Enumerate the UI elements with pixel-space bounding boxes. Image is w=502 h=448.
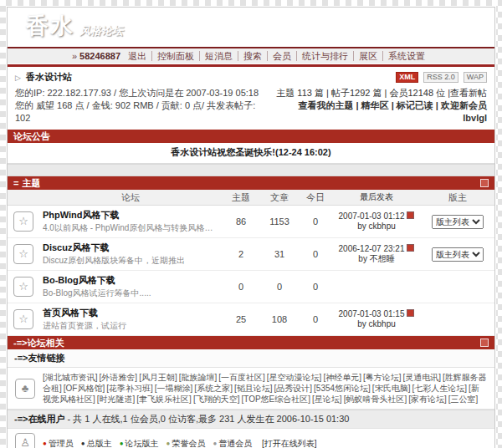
group-label: 管理员: [49, 439, 74, 448]
friend-link[interactable]: [聿飞娱乐社区]: [136, 395, 192, 404]
forum-row: ☆ Discuz风格下载 Discuz原创风格版块筹备中，近期推出 2 31 0…: [8, 238, 494, 271]
nav-link[interactable]: 统计与排行: [296, 51, 353, 61]
nav-link[interactable]: 展区: [353, 51, 382, 61]
forum-status-icon: ☆: [13, 277, 33, 297]
board-stats-line[interactable]: 主题 113 篇 | 帖子1292 篇 | 会员12148 位 |查看新帖: [273, 87, 487, 99]
friend-link[interactable]: [OF风格馆]: [64, 384, 105, 393]
friend-link[interactable]: [三公室]: [448, 395, 479, 404]
site-subtitle: 风格论坛: [79, 26, 137, 36]
forum-page: 香水 www.xsui.com 风格论坛 » 58246887 退出控制面板短消…: [7, 7, 495, 448]
info-section: ▷ 香水设计站 XML RSS 2.0 WAP 您的IP: 222.182.17…: [8, 67, 494, 130]
forum-link[interactable]: PhpWind风格下载: [43, 210, 120, 220]
nav-links: 退出控制面板短消息搜索会员统计与排行展区系统设置: [123, 51, 430, 61]
triangle-icon: ▷: [15, 74, 21, 82]
collapse-icon[interactable]: [480, 179, 489, 187]
xml-badge[interactable]: XML: [396, 72, 418, 83]
forum-status-icon: ☆: [13, 211, 33, 232]
page-title: 香水设计站: [26, 72, 72, 82]
forum-posts-count: 0: [260, 282, 299, 292]
forum-description: 进站首页资源，试运行: [43, 320, 218, 332]
friend-link[interactable]: [一塌糊涂]: [155, 384, 193, 393]
online-users-header: -=>在线用户 - 共 1 人在线,1 位会员,0 位访客,最多 231 人发生…: [8, 410, 494, 429]
lastpost-date[interactable]: 2006-12-07 23:21: [339, 244, 405, 253]
nav-link[interactable]: 短消息: [199, 51, 238, 61]
forum-section-title: 主题: [22, 178, 40, 188]
forum-description: Discuz原创风格版块筹备中，近期推出: [43, 255, 218, 267]
friend-link[interactable]: [外语雅舍]: [100, 373, 138, 382]
group-label: 荣誉会员: [172, 439, 205, 448]
forum-table-body: ☆ PhpWind风格下载 4.0以前风格 - PhpWind原创风格与转换风格…: [8, 206, 494, 336]
goto-lastpost-icon[interactable]: [407, 244, 414, 252]
wap-badge[interactable]: WAP: [464, 72, 487, 83]
friend-link[interactable]: [品秀设计]: [274, 384, 312, 393]
forum-link[interactable]: 首页风格下载: [43, 308, 98, 318]
related-section-title: -=>论坛相关: [13, 336, 64, 349]
lastpost-date[interactable]: 2007-01-03 01:12: [339, 211, 405, 221]
friend-link[interactable]: [星空动漫论坛]: [267, 373, 322, 382]
user-number: 58246887: [79, 51, 120, 61]
lastpost-author[interactable]: by ckbhpu: [357, 319, 396, 328]
friend-link[interactable]: [系统之家]: [194, 384, 233, 393]
forum-link[interactable]: Discuz风格下载: [43, 242, 109, 252]
friend-link[interactable]: [宋氏电脑]: [372, 384, 411, 393]
group-dot-icon: ●: [166, 440, 171, 447]
forum-link[interactable]: Bo-Blog风格下载: [43, 275, 115, 285]
friend-link[interactable]: [湖北城市资讯]: [43, 373, 98, 382]
nav-link[interactable]: 系统设置: [382, 51, 430, 61]
friend-link[interactable]: [风月王朝]: [139, 373, 177, 382]
friend-link[interactable]: [龍族論壇]: [179, 373, 218, 382]
group-label: 普通会员: [218, 439, 252, 448]
moderator-select[interactable]: 版主列表: [432, 247, 484, 262]
goto-lastpost-icon[interactable]: [407, 211, 414, 219]
friend-link[interactable]: [家有论坛]: [408, 395, 447, 404]
forum-description: Bo-Blog风格试运行筹备中.....: [43, 288, 218, 299]
nav-prefix: »: [72, 51, 77, 61]
user-ip-line: 您的IP: 222.182.177.93 / 您上次访问是在 2007-03-1…: [15, 87, 273, 99]
user-group: ●管理员: [43, 439, 74, 448]
lastpost-author[interactable]: by 不想睡: [358, 254, 394, 263]
nav-link[interactable]: 搜索: [238, 51, 267, 61]
friend-link[interactable]: [蚂蚁啃骨头社区]: [344, 395, 407, 404]
collapse-icon[interactable]: [480, 339, 489, 347]
friend-link[interactable]: [神经单元]: [323, 373, 361, 382]
forum-topics-count: 2: [222, 249, 260, 259]
site-banner: 香水 www.xsui.com 风格论坛: [8, 8, 494, 48]
friend-link[interactable]: [花季补习班]: [106, 384, 153, 393]
nav-link[interactable]: 会员: [267, 51, 296, 61]
friend-link[interactable]: [韬且论坛]: [234, 384, 273, 393]
friend-link[interactable]: [一百度社区]: [218, 373, 265, 382]
friend-link[interactable]: [七彩人生论坛]: [412, 384, 467, 393]
forum-section-bar: =主题: [8, 176, 494, 190]
announcement-text[interactable]: 香水设计站祝您圣诞快乐!(12-24 16:02): [8, 143, 494, 164]
open-online-list-link[interactable]: [打开在线列表]: [262, 439, 317, 448]
moderator-select[interactable]: 版主列表: [432, 215, 484, 229]
friend-link[interactable]: [时光隧道]: [97, 395, 136, 404]
board-links-line[interactable]: 查看我的主题 | 精华区 | 标记已读 | 欢迎新会员 lbvlgl: [273, 99, 487, 125]
user-group: ●总版主: [81, 439, 112, 448]
friend-link[interactable]: [星论坛]: [312, 395, 342, 404]
online-users-title: -=>在线用户: [14, 414, 65, 424]
lastpost-date[interactable]: 2007-01-03 01:15: [339, 309, 405, 318]
user-group: ●荣誉会员: [166, 439, 206, 448]
friend-link[interactable]: [5354悠闲论坛]: [314, 384, 371, 393]
friend-link[interactable]: [TOP悠E综合社区]: [241, 395, 310, 404]
friend-link[interactable]: [飞翔的天空]: [193, 395, 240, 404]
rss-badge[interactable]: RSS 2.0: [423, 72, 458, 83]
forum-topics-count: 0: [222, 282, 260, 292]
nav-link[interactable]: 退出: [123, 51, 151, 61]
forum-table-header: 论坛 主题 文章 今日 最后发表 版主: [8, 190, 494, 206]
forum-today-count: 0: [299, 249, 332, 259]
lastpost-author[interactable]: by ckbhpu: [357, 221, 396, 231]
user-groups: ●管理员●总版主●论坛版主●荣誉会员●普通会员: [43, 439, 259, 448]
group-dot-icon: ●: [43, 440, 47, 447]
goto-lastpost-icon[interactable]: [407, 309, 414, 317]
announcement-bar: 论坛公告: [8, 130, 494, 143]
forum-today-count: 0: [299, 314, 332, 324]
col-posts: 文章: [260, 191, 299, 204]
friend-link[interactable]: [粤方论坛]: [363, 373, 402, 382]
friend-link[interactable]: [灵通电讯]: [403, 373, 442, 382]
forum-today-count: 0: [299, 216, 332, 227]
top-navbar: » 58246887 退出控制面板短消息搜索会员统计与排行展区系统设置: [8, 48, 494, 64]
nav-link[interactable]: 控制面板: [151, 51, 199, 61]
related-section-bar: -=>论坛相关: [8, 336, 494, 349]
